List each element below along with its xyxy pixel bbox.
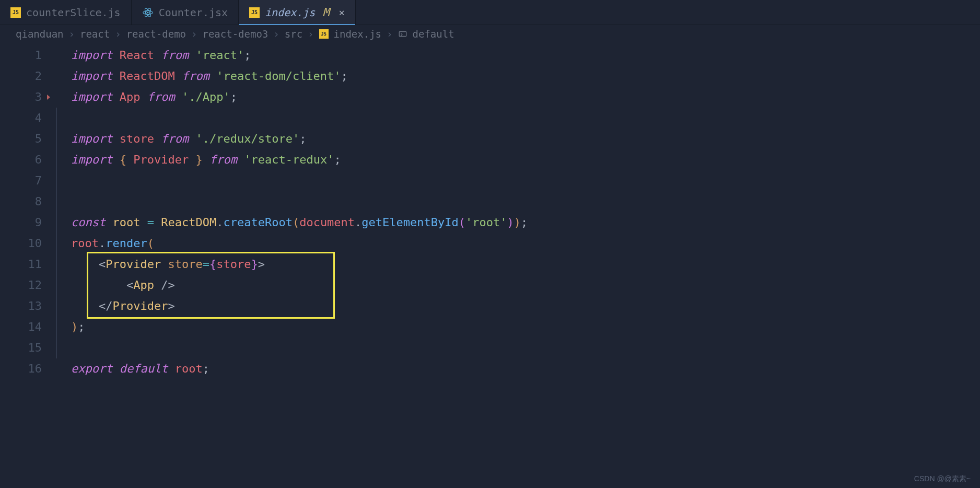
- chevron-right-icon: ›: [308, 28, 313, 40]
- code-line[interactable]: export default root;: [52, 358, 980, 379]
- line-number: 9: [0, 212, 52, 233]
- line-number: 4: [0, 108, 52, 129]
- chevron-right-icon: ›: [115, 28, 121, 40]
- line-number: 14: [0, 317, 52, 338]
- breadcrumb-item[interactable]: react-demo3: [202, 28, 268, 40]
- tab-label: Counter.jsx: [159, 6, 228, 19]
- line-number: 8: [0, 191, 52, 212]
- watermark: CSDN @@素素~: [914, 474, 971, 484]
- line-number: 13: [0, 296, 52, 317]
- chevron-right-icon: ›: [273, 28, 279, 40]
- code-line[interactable]: import store from './redux/store';: [52, 129, 980, 149]
- line-number: 10: [0, 233, 52, 254]
- tab-counterslice[interactable]: JS counterSlice.js: [0, 0, 132, 25]
- breadcrumb-item[interactable]: qianduan: [16, 28, 64, 40]
- code-line[interactable]: );: [52, 317, 980, 338]
- line-number: 7: [0, 170, 52, 191]
- chevron-right-icon: ›: [69, 28, 75, 40]
- breadcrumb-item[interactable]: react-demo: [126, 28, 186, 40]
- code-line[interactable]: </Provider>: [52, 296, 980, 317]
- line-gutter: 12345678910111213141516: [0, 43, 52, 379]
- line-number: 1: [0, 45, 52, 66]
- code-line[interactable]: import App from './App';: [52, 87, 980, 108]
- js-icon: JS: [319, 29, 329, 39]
- code-line[interactable]: import ReactDOM from 'react-dom/client';: [52, 66, 980, 87]
- code-line[interactable]: import { Provider } from 'react-redux';: [52, 149, 980, 170]
- js-icon: JS: [10, 7, 21, 18]
- svg-point-3: [147, 11, 148, 13]
- js-icon: JS: [249, 7, 260, 18]
- editor-tabs: JS counterSlice.js Counter.jsx JS index.…: [0, 0, 980, 25]
- breadcrumb-symbol[interactable]: default: [413, 28, 454, 40]
- svg-rect-4: [399, 32, 406, 37]
- line-number: 2: [0, 66, 52, 87]
- code-line[interactable]: root.render(: [52, 233, 980, 254]
- code-editor[interactable]: 12345678910111213141516 import React fro…: [0, 43, 980, 379]
- chevron-right-icon: ›: [191, 28, 197, 40]
- tab-label: counterSlice.js: [26, 6, 121, 19]
- line-number: 12: [0, 275, 52, 296]
- line-number: 15: [0, 338, 52, 358]
- close-icon[interactable]: ✕: [339, 7, 345, 18]
- line-number: 3: [0, 87, 52, 108]
- chevron-right-icon: ›: [387, 28, 392, 40]
- code-line[interactable]: <Provider store={store}>: [52, 254, 980, 275]
- breadcrumb-item[interactable]: react: [80, 28, 110, 40]
- line-number: 5: [0, 129, 52, 149]
- code-line[interactable]: <App />: [52, 275, 980, 296]
- code-line[interactable]: const root = ReactDOM.createRoot(documen…: [52, 212, 980, 233]
- breadcrumb-file[interactable]: index.js: [334, 28, 382, 40]
- tab-index[interactable]: JS index.js M ✕: [239, 0, 355, 25]
- tab-counter[interactable]: Counter.jsx: [132, 0, 239, 25]
- tab-label: index.js: [265, 6, 315, 19]
- breadcrumb: qianduan › react › react-demo › react-de…: [0, 25, 980, 43]
- code-line[interactable]: [52, 108, 980, 129]
- breadcrumb-item[interactable]: src: [285, 28, 302, 40]
- code-line[interactable]: [52, 170, 980, 191]
- line-number: 16: [0, 358, 52, 379]
- modified-indicator: M: [322, 6, 329, 19]
- code-line[interactable]: [52, 338, 980, 358]
- symbol-icon: [398, 29, 407, 39]
- code-line[interactable]: [52, 191, 980, 212]
- code-area[interactable]: import React from 'react';import ReactDO…: [52, 43, 980, 379]
- code-line[interactable]: import React from 'react';: [52, 45, 980, 66]
- line-number: 6: [0, 149, 52, 170]
- line-number: 11: [0, 254, 52, 275]
- react-icon: [142, 7, 154, 18]
